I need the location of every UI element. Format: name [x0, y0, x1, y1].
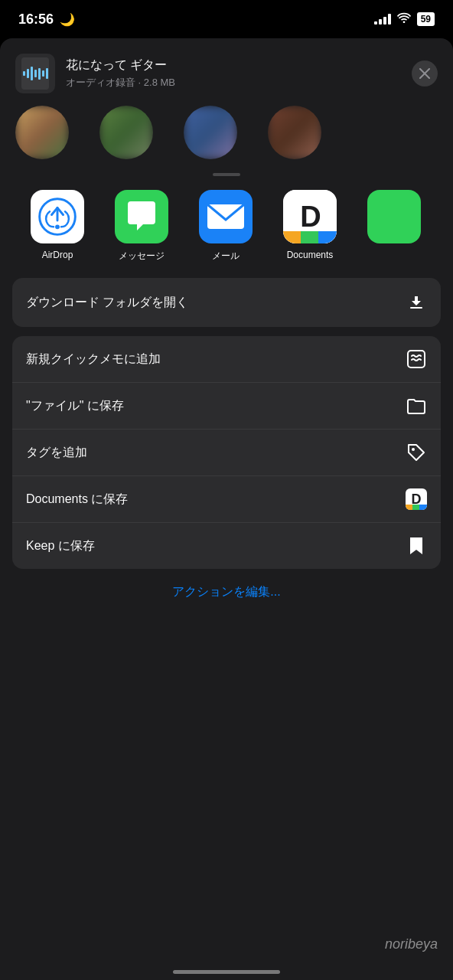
edit-actions-label: アクションを編集... [172, 585, 280, 598]
contact-item[interactable] [84, 106, 168, 159]
action-item-save-files[interactable]: "ファイル" に保存 [12, 383, 441, 430]
watermark: noribeya [385, 936, 438, 952]
status-time: 16:56 🌙 [18, 11, 75, 28]
waveform-icon [23, 67, 48, 80]
edit-actions[interactable]: アクションを編集... [0, 578, 453, 612]
file-header: 花になって ギター オーディオ録音 · 2.8 MB [0, 38, 453, 106]
action-item-add-tag[interactable]: タグを追加 [12, 430, 441, 476]
svg-rect-6 [408, 351, 425, 368]
contact-avatar [15, 106, 69, 159]
apps-row: AirDrop メッセージ メール [0, 182, 453, 278]
status-right: 59 [374, 12, 435, 26]
file-meta: オーディオ録音 · 2.8 MB [66, 76, 175, 90]
download-section: ダウンロード フォルダを開く [12, 278, 441, 327]
drag-indicator [213, 173, 240, 176]
contact-avatar [268, 106, 321, 159]
mail-app-icon [199, 190, 253, 243]
airdrop-app-icon [31, 190, 84, 243]
svg-rect-5 [410, 307, 422, 309]
app-item-messages[interactable]: メッセージ [99, 190, 184, 263]
file-info: 花になって ギター オーディオ録音 · 2.8 MB [15, 54, 175, 93]
status-bar: 16:56 🌙 59 [0, 0, 453, 38]
action-label-save-files: "ファイル" に保存 [26, 398, 124, 414]
signal-icon [374, 14, 391, 24]
close-button[interactable] [412, 60, 438, 87]
download-icon [406, 292, 427, 313]
svg-point-3 [55, 224, 60, 229]
file-icon [15, 54, 55, 93]
folder-icon [406, 395, 427, 416]
share-sheet: 花になって ギター オーディオ録音 · 2.8 MB [0, 38, 453, 980]
action-label-save-keep: Keep に保存 [26, 538, 95, 554]
app-item-airdrop[interactable]: AirDrop [15, 190, 99, 263]
contact-avatar [99, 106, 153, 159]
action-section: 新規クイックメモに追加 "ファイル" に保存 タグを追加 [12, 336, 441, 569]
action-label-add-tag: タグを追加 [26, 445, 87, 461]
tag-icon [406, 442, 427, 463]
home-indicator [173, 970, 280, 974]
file-details: 花になって ギター オーディオ録音 · 2.8 MB [66, 57, 175, 90]
app-item-documents[interactable]: D Documents [268, 190, 352, 263]
contact-item[interactable] [0, 106, 84, 159]
battery-level: 59 [421, 14, 431, 24]
contacts-row [0, 106, 453, 167]
app-item-mail[interactable]: メール [184, 190, 268, 263]
moon-icon: 🌙 [60, 12, 75, 27]
action-label-quick-memo: 新規クイックメモに追加 [26, 351, 161, 368]
documents-app-icon: D [283, 190, 337, 243]
action-item-save-documents[interactable]: Documents に保存 D [12, 476, 441, 523]
svg-point-7 [412, 448, 415, 451]
app-label-airdrop: AirDrop [42, 250, 73, 260]
app-item-other[interactable] [352, 190, 436, 263]
contact-item[interactable] [253, 106, 337, 159]
download-label: ダウンロード フォルダを開く [26, 295, 188, 311]
app-label-mail: メール [212, 250, 240, 263]
action-item-save-keep[interactable]: Keep に保存 [12, 523, 441, 569]
documents-icon: D [406, 488, 427, 510]
messages-app-icon [115, 190, 168, 243]
wifi-icon [397, 12, 411, 26]
action-label-save-documents: Documents に保存 [26, 492, 128, 508]
action-item-quick-memo[interactable]: 新規クイックメモに追加 [12, 336, 441, 383]
download-action[interactable]: ダウンロード フォルダを開く [12, 278, 441, 327]
contact-avatar [184, 106, 237, 159]
app-label-documents: Documents [287, 250, 334, 260]
other-app-icon [367, 190, 421, 243]
battery-indicator: 59 [417, 12, 435, 26]
app-label-messages: メッセージ [119, 250, 165, 263]
memo-icon [406, 348, 427, 370]
file-name: 花になって ギター [66, 57, 175, 74]
time-display: 16:56 [18, 11, 54, 28]
bookmark-icon [406, 535, 427, 557]
contact-item[interactable] [168, 106, 253, 159]
